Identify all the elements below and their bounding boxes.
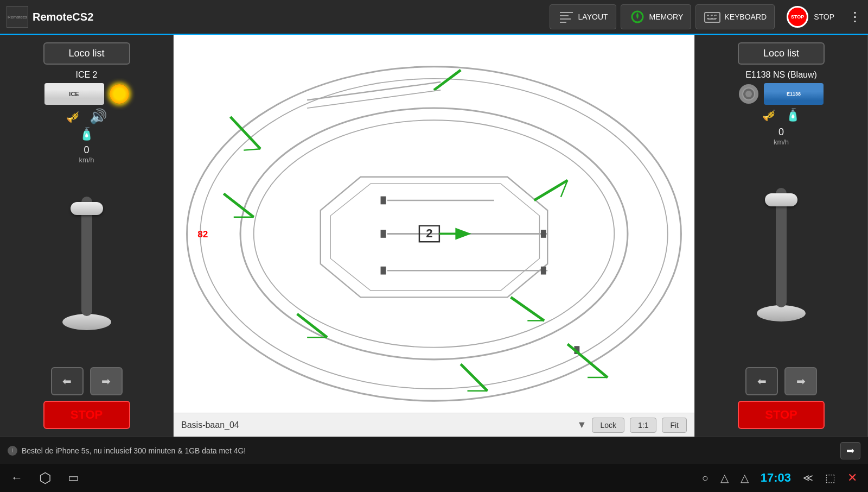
- nav-circle-icon[interactable]: ○: [702, 472, 709, 484]
- left-speed-knob[interactable]: [71, 202, 103, 215]
- right-speed-unit: km/h: [774, 138, 789, 146]
- right-stop-button[interactable]: STOP: [738, 401, 825, 429]
- svg-rect-29: [381, 197, 386, 205]
- keyboard-label: KEYBOARD: [724, 12, 767, 21]
- nav-warn2-icon[interactable]: △: [741, 471, 749, 484]
- left-speed-base: [62, 314, 111, 330]
- left-loco-controls-row: 🎺 🔊: [66, 108, 107, 125]
- right-speed-value: 0: [774, 127, 789, 138]
- svg-line-51: [307, 90, 441, 108]
- svg-line-48: [434, 70, 461, 90]
- app-logo: Remotecs RemoteCS2: [7, 6, 93, 28]
- track-arrow-icon[interactable]: ▼: [577, 419, 587, 431]
- menu-button[interactable]: ⋮: [848, 9, 861, 24]
- track-fit-button[interactable]: Fit: [662, 418, 687, 433]
- right-loco-train-image: [764, 83, 824, 105]
- layout-label: LAYOUT: [578, 12, 608, 21]
- main-area: Loco list ICE 2 🎺 🔊 🧴 0 km/h ⬅: [0, 35, 868, 437]
- left-dir-btn-row: ⬅ ➡: [51, 367, 123, 395]
- svg-rect-25: [381, 230, 386, 238]
- left-speed-row: 🧴: [79, 127, 94, 141]
- track-canvas[interactable]: 2: [174, 35, 694, 413]
- right-dir-btn-row: ⬅ ➡: [745, 367, 817, 395]
- right-loco-img-row: [739, 83, 824, 105]
- left-speed-unit: km/h: [79, 156, 94, 164]
- left-speed-track: [81, 197, 92, 316]
- right-dir-back-button[interactable]: ⬅: [745, 367, 778, 395]
- right-speed-slider[interactable]: [757, 150, 806, 358]
- track-scale-button[interactable]: 1:1: [630, 418, 656, 433]
- right-dir-back-icon: ⬅: [757, 375, 767, 388]
- app-title: RemoteCS2: [33, 11, 93, 23]
- android-nav-bar: ← ⬡ ▭ ○ △ △ 17:03 ≪ ⬚ ✕: [0, 464, 868, 492]
- right-loco-name: E1138 NS (Blauw): [745, 70, 817, 80]
- nav-warn1-icon[interactable]: △: [720, 471, 729, 484]
- app-logo-box: Remotecs: [7, 6, 28, 28]
- right-stop-label: STOP: [765, 408, 797, 422]
- home-button[interactable]: ⬡: [39, 470, 52, 487]
- svg-rect-26: [541, 230, 546, 238]
- memory-button[interactable]: MEMORY: [621, 4, 692, 29]
- svg-marker-21: [330, 184, 539, 291]
- stop-button[interactable]: STOP STOP: [779, 3, 842, 31]
- track-lock-button[interactable]: Lock: [592, 418, 624, 433]
- svg-marker-20: [321, 177, 547, 298]
- left-bottle-icon: 🧴: [79, 127, 94, 141]
- recents-button[interactable]: ▭: [68, 471, 79, 485]
- left-stop-label: STOP: [71, 408, 103, 422]
- memory-icon: [629, 8, 646, 26]
- stop-circle-icon: STOP: [787, 6, 808, 28]
- left-loco-panel: Loco list ICE 2 🎺 🔊 🧴 0 km/h ⬅: [0, 35, 174, 437]
- svg-line-35: [244, 149, 260, 150]
- status-message: Bestel de iPhone 5s, nu inclusief 300 mi…: [22, 446, 840, 455]
- right-dir-fwd-icon: ➡: [796, 375, 806, 388]
- svg-line-50: [307, 82, 441, 100]
- status-bar: i Bestel de iPhone 5s, nu inclusief 300 …: [0, 437, 868, 464]
- svg-rect-5: [705, 12, 720, 22]
- nav-share-icon[interactable]: ≪: [803, 472, 813, 484]
- left-horn-icon[interactable]: 🎺: [66, 110, 80, 123]
- svg-line-42: [511, 297, 545, 320]
- svg-rect-28: [541, 267, 546, 275]
- right-loco-controls-row: 🎺 🧴: [762, 108, 800, 122]
- svg-text:2: 2: [426, 226, 432, 240]
- track-layout-name: Basis-baan_04: [181, 420, 572, 430]
- left-dir-fwd-icon: ➡: [101, 375, 111, 388]
- right-bottle-icon: 🧴: [786, 108, 800, 122]
- status-arrow-button[interactable]: ➡: [840, 442, 860, 459]
- logo-text: Remotecs: [8, 15, 27, 20]
- right-light-icon[interactable]: [739, 84, 758, 104]
- svg-line-46: [534, 180, 568, 200]
- left-speed-slider[interactable]: [62, 168, 111, 358]
- layout-icon: [558, 8, 575, 26]
- left-loco-list-button[interactable]: Loco list: [43, 42, 130, 65]
- left-dir-back-icon: ⬅: [62, 375, 72, 388]
- right-horn-icon[interactable]: 🎺: [762, 109, 776, 122]
- right-speed-knob[interactable]: [765, 193, 797, 206]
- stop-label: STOP: [814, 12, 834, 21]
- track-footer: Basis-baan_04 ▼ Lock 1:1 Fit: [174, 413, 694, 437]
- nav-right-icons: ○ △ △ 17:03 ≪ ⬚ ✕: [702, 471, 857, 485]
- left-light-icon[interactable]: [110, 84, 129, 104]
- left-dir-back-button[interactable]: ⬅: [51, 367, 84, 395]
- left-stop-button[interactable]: STOP: [43, 401, 130, 429]
- left-sound-icon[interactable]: 🔊: [90, 108, 107, 125]
- keyboard-button[interactable]: KEYBOARD: [695, 4, 775, 29]
- memory-label: MEMORY: [649, 12, 684, 21]
- nav-close-icon[interactable]: ✕: [847, 471, 857, 485]
- right-dir-fwd-button[interactable]: ➡: [784, 367, 817, 395]
- right-loco-list-button[interactable]: Loco list: [738, 42, 825, 65]
- top-bar: Remotecs RemoteCS2 LAYOUT MEMORY: [0, 0, 868, 35]
- left-loco-img-row: [44, 83, 129, 105]
- left-dir-fwd-button[interactable]: ➡: [90, 367, 123, 395]
- left-loco-name: ICE 2: [75, 70, 97, 80]
- svg-text:82: 82: [197, 229, 208, 239]
- track-area: 2: [174, 35, 694, 437]
- layout-button[interactable]: LAYOUT: [550, 4, 616, 29]
- right-speed-base: [757, 305, 806, 321]
- left-speed-display: 0 km/h: [79, 142, 94, 164]
- svg-point-53: [745, 91, 752, 97]
- back-button[interactable]: ←: [11, 471, 23, 485]
- info-icon: i: [8, 446, 17, 456]
- nav-screen-icon[interactable]: ⬚: [825, 471, 835, 484]
